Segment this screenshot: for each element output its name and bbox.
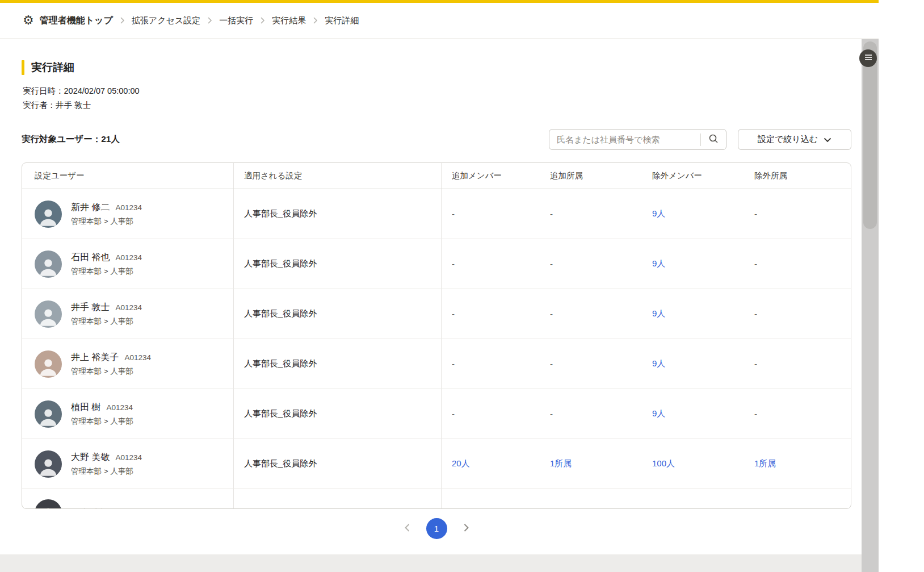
avatar (35, 350, 62, 378)
applied-setting: 人事部長_役員除外 (244, 258, 317, 269)
excluded-orgs-value: - (754, 309, 757, 319)
header-excluded-orgs: 除外所属 (744, 163, 851, 189)
pagination-prev-button[interactable] (402, 521, 413, 536)
user-name: 大野 美敬 (71, 452, 110, 464)
chevron-left-icon (404, 523, 410, 534)
added-members-value: - (452, 359, 455, 369)
table-header-row: 設定ユーザー 適用される設定 追加メンバー 追加所属 除外メンバー 除外所属 (22, 163, 851, 189)
excluded-members-link[interactable]: 9人 (652, 258, 665, 269)
employee-id: A01234 (115, 303, 142, 312)
vertical-scrollbar[interactable] (862, 39, 879, 572)
header-applied-setting: 適用される設定 (233, 163, 441, 189)
gear-icon: ⚙ (23, 14, 34, 27)
target-users-count: 実行対象ユーザー：21人 (22, 133, 120, 145)
added-orgs-value: - (550, 359, 553, 369)
user-cell: 石田 裕也 A01234 管理本部 > 人事部 (22, 239, 233, 289)
chevron-down-icon (824, 135, 831, 144)
user-name: 岡本 大翔 (71, 507, 110, 509)
table-row-clipped: 岡本 大翔 A01234 (22, 489, 851, 508)
user-cell: 井手 敦士 A01234 管理本部 > 人事部 (22, 289, 233, 339)
breadcrumb-admin-top[interactable]: 管理者機能トップ (40, 15, 113, 27)
excluded-members-link[interactable]: 9人 (652, 208, 665, 219)
user-department: 管理本部 > 人事部 (71, 366, 151, 377)
added-members-link[interactable]: 20人 (452, 458, 470, 469)
scrollbar-thumb[interactable] (863, 41, 877, 229)
run-meta: 実行日時：2024/02/07 05:00:00 実行者：井手 敦士 (23, 84, 879, 112)
employee-id: A01234 (115, 453, 142, 462)
pagination-next-button[interactable] (461, 521, 472, 536)
chevron-right-icon (313, 16, 318, 24)
floating-menu-button[interactable] (859, 49, 877, 67)
avatar (35, 201, 62, 228)
avatar (35, 400, 62, 428)
user-cell: 大野 美敬 A01234 管理本部 > 人事部 (22, 439, 233, 489)
chevron-right-icon (207, 16, 212, 24)
excluded-members-link[interactable]: 9人 (652, 408, 665, 419)
table-row: 石田 裕也 A01234 管理本部 > 人事部 人事部長_役員除外 - - 9人… (22, 239, 851, 289)
toolbar-actions: 設定で絞り込む (549, 129, 851, 150)
user-department: 管理本部 > 人事部 (71, 416, 133, 427)
excluded-orgs-value: - (754, 259, 757, 269)
user-name: 井手 敦士 (71, 302, 110, 314)
applied-setting: 人事部長_役員除外 (244, 408, 317, 419)
excluded-orgs-value: - (754, 359, 757, 369)
applied-setting: 人事部長_役員除外 (244, 458, 317, 469)
table-row: 植田 樹 A01234 管理本部 > 人事部 人事部長_役員除外 - - 9人 … (22, 389, 851, 439)
filter-button-label: 設定で絞り込む (758, 134, 818, 145)
breadcrumb: 管理者機能トップ 拡張アクセス設定 一括実行 実行結果 実行詳細 (40, 15, 359, 27)
user-department: 管理本部 > 人事部 (71, 266, 142, 277)
avatar (35, 450, 62, 478)
user-department: 管理本部 > 人事部 (71, 466, 142, 477)
users-table: 設定ユーザー 適用される設定 追加メンバー 追加所属 除外メンバー 除外所属 新… (22, 162, 851, 509)
employee-id: A01234 (115, 253, 142, 262)
excluded-members-link[interactable]: 9人 (652, 308, 665, 319)
user-cell: 新井 修二 A01234 管理本部 > 人事部 (22, 189, 233, 239)
excluded-orgs-link[interactable]: 1所属 (754, 458, 776, 469)
hamburger-icon (864, 54, 872, 62)
breadcrumb-bulk-run[interactable]: 一括実行 (219, 15, 253, 26)
breadcrumb-run-results[interactable]: 実行結果 (272, 15, 306, 26)
top-navigation-bar: ⚙ 管理者機能トップ 拡張アクセス設定 一括実行 実行結果 実行詳細 (0, 3, 879, 39)
table-row: 新井 修二 A01234 管理本部 > 人事部 人事部長_役員除外 - - 9人… (22, 189, 851, 239)
run-datetime: 実行日時：2024/02/07 05:00:00 (23, 84, 879, 98)
avatar (35, 300, 62, 328)
breadcrumb-extended-access[interactable]: 拡張アクセス設定 (132, 15, 200, 26)
employee-id: A01234 (124, 353, 151, 362)
employee-id: A01234 (115, 203, 142, 212)
page-header: 実行詳細 実行日時：2024/02/07 05:00:00 実行者：井手 敦士 (0, 39, 879, 112)
added-members-value: - (452, 409, 455, 419)
table-row: 井手 敦士 A01234 管理本部 > 人事部 人事部長_役員除外 - - 9人… (22, 289, 851, 339)
user-name: 石田 裕也 (71, 252, 110, 264)
user-name: 植田 樹 (71, 402, 100, 414)
added-orgs-link[interactable]: 1所属 (550, 458, 572, 469)
avatar (35, 250, 62, 278)
user-cell: 井上 裕美子 A01234 管理本部 > 人事部 (22, 339, 233, 389)
applied-setting: 人事部長_役員除外 (244, 208, 317, 219)
pagination-page-1[interactable]: 1 (426, 518, 447, 539)
breadcrumb-run-detail-current: 実行詳細 (325, 15, 359, 26)
table-toolbar: 実行対象ユーザー：21人 設定で絞り込む (22, 129, 851, 150)
user-department: 管理本部 > 人事部 (71, 316, 142, 327)
search-box (549, 129, 726, 150)
table-row: 井上 裕美子 A01234 管理本部 > 人事部 人事部長_役員除外 - - 9… (22, 339, 851, 389)
page-title-text: 実行詳細 (31, 60, 74, 75)
filter-by-setting-button[interactable]: 設定で絞り込む (738, 129, 851, 150)
excluded-members-link[interactable]: 9人 (652, 358, 665, 369)
chevron-right-icon (260, 16, 265, 24)
chevron-right-icon (463, 523, 469, 534)
run-executor: 実行者：井手 敦士 (23, 98, 879, 112)
user-department: 管理本部 > 人事部 (71, 216, 142, 227)
search-button[interactable] (701, 130, 726, 149)
header-setting-user: 設定ユーザー (22, 163, 233, 189)
page-background-strip (0, 554, 879, 572)
added-orgs-value: - (550, 309, 553, 319)
added-orgs-value: - (550, 209, 553, 219)
applied-setting: 人事部長_役員除外 (244, 308, 317, 319)
main-content: 実行詳細 実行日時：2024/02/07 05:00:00 実行者：井手 敦士 … (0, 39, 879, 556)
excluded-members-link[interactable]: 100人 (652, 458, 675, 469)
table-row: 大野 美敬 A01234 管理本部 > 人事部 人事部長_役員除外 20人 1所… (22, 439, 851, 489)
added-members-value: - (452, 309, 455, 319)
search-input[interactable] (549, 130, 700, 149)
avatar (35, 499, 62, 508)
app-window: ⚙ 管理者機能トップ 拡張アクセス設定 一括実行 実行結果 実行詳細 実行詳細 … (0, 0, 879, 572)
